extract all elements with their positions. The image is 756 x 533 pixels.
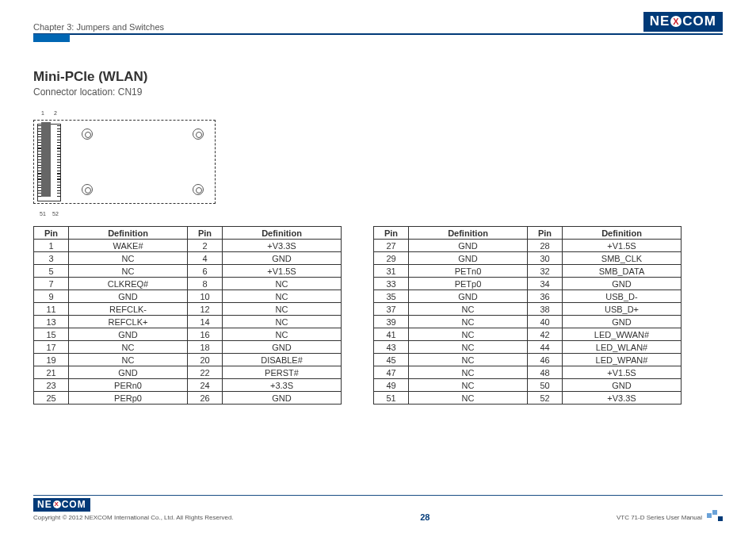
table-row: 29GND30SMB_CLK	[374, 252, 682, 265]
pin-tick-icon	[57, 159, 61, 160]
pin-tick-icon	[57, 187, 61, 188]
definition-cell: +3.3S	[223, 379, 342, 392]
definition-cell: +V1.5S	[563, 366, 682, 379]
definition-cell: NC	[409, 392, 528, 405]
footer-squares-icon	[707, 513, 723, 521]
pin-cell: 47	[374, 366, 409, 379]
definition-cell: NC	[223, 278, 342, 290]
pin-label-2: 2	[54, 110, 57, 116]
pin-cell: 13	[34, 316, 69, 328]
definition-cell: NC	[409, 379, 528, 392]
pin-cell: 9	[34, 290, 69, 303]
pin-cell: 28	[528, 240, 563, 252]
th-definition: Definition	[409, 227, 528, 240]
definition-cell: NC	[69, 354, 188, 366]
pin-cell: 16	[188, 328, 223, 341]
logo-text-right: COM	[62, 499, 86, 510]
manual-title: VTC 71-D Series User Manual	[617, 514, 702, 521]
pin-cell: 46	[528, 354, 563, 366]
table-row: 3NC4GND	[34, 252, 342, 265]
pin-table-left: Pin Definition Pin Definition 1WAKE#2+V3…	[33, 226, 342, 405]
pin-tick-icon	[37, 176, 41, 177]
table-row: 39NC40GND	[374, 316, 682, 328]
pin-tick-icon	[37, 185, 41, 186]
pin-cell: 34	[528, 278, 563, 290]
pin-cell: 1	[34, 240, 69, 252]
nexcom-footer-logo: NE X COM	[33, 498, 90, 512]
pin-tick-icon	[37, 159, 41, 160]
table-row: 1WAKE#2+V3.3S	[34, 240, 342, 252]
pin-cell: 38	[528, 303, 563, 316]
definition-cell: WAKE#	[69, 240, 188, 252]
pin-tick-icon	[57, 193, 61, 194]
definition-cell: REFCLK+	[69, 316, 188, 328]
footer-rule	[33, 495, 723, 497]
pin-cell: 14	[188, 316, 223, 328]
pin-cell: 45	[374, 354, 409, 366]
definition-cell: GND	[563, 316, 682, 328]
header-blue-tab	[33, 34, 70, 42]
pin-tick-icon	[37, 128, 41, 129]
definition-cell: PERn0	[69, 379, 188, 392]
pin-tick-icon	[57, 148, 61, 148]
definition-cell: GND	[409, 290, 528, 303]
table-row: 21GND22PERST#	[34, 366, 342, 379]
definition-cell: NC	[223, 316, 342, 328]
screw-hole-icon	[82, 184, 93, 195]
pin-tick-icon	[37, 154, 41, 155]
definition-cell: GND	[223, 252, 342, 265]
pin-tick-icon	[57, 165, 61, 166]
table-row: 41NC42LED_WWAN#	[374, 328, 682, 341]
table-row: 25PERp026GND	[34, 392, 342, 405]
pin-tick-icon	[37, 178, 41, 179]
pin-tick-icon	[37, 148, 41, 148]
definition-cell: GND	[223, 392, 342, 405]
table-row: 37NC38USB_D+	[374, 303, 682, 316]
definition-cell: NC	[69, 341, 188, 354]
pin-cell: 19	[34, 354, 69, 366]
pin-cell: 21	[34, 366, 69, 379]
pin-tick-icon	[37, 193, 41, 194]
pin-cell: 22	[188, 366, 223, 379]
pin-cell: 33	[374, 278, 409, 290]
screw-hole-icon	[82, 128, 93, 140]
pin-cell: 36	[528, 290, 563, 303]
definition-cell: USB_D-	[563, 290, 682, 303]
pin-tick-icon	[37, 165, 41, 166]
pin-cell: 50	[528, 379, 563, 392]
definition-cell: PERST#	[223, 366, 342, 379]
table-row: 31PETn032SMB_DATA	[374, 265, 682, 278]
definition-cell: +V1.5S	[563, 240, 682, 252]
pin-tick-icon	[37, 151, 41, 151]
pin-cell: 48	[528, 366, 563, 379]
pin-cell: 26	[188, 392, 223, 405]
logo-x-icon: X	[670, 16, 682, 27]
pin-tick-icon	[57, 167, 61, 168]
pin-cell: 8	[188, 278, 223, 290]
pin-tick-icon	[57, 140, 61, 140]
pin-tick-icon	[57, 178, 61, 179]
definition-cell: NC	[223, 328, 342, 341]
definition-cell: GND	[223, 341, 342, 354]
table-row: 15GND16NC	[34, 328, 342, 341]
pin-tick-icon	[57, 142, 61, 143]
table-row: 33PETp034GND	[374, 278, 682, 290]
definition-cell: PETn0	[409, 265, 528, 278]
pin-tick-icon	[37, 125, 41, 126]
definition-cell: NC	[409, 366, 528, 379]
pin-tick-icon	[37, 187, 41, 188]
definition-cell: NC	[409, 354, 528, 366]
definition-cell: SMB_DATA	[563, 265, 682, 278]
table-row: 51NC52+V3.3S	[374, 392, 682, 405]
pin-cell: 42	[528, 328, 563, 341]
pin-tick-icon	[57, 151, 61, 151]
definition-cell: NC	[409, 341, 528, 354]
logo-text-left: NE	[650, 13, 670, 29]
pin-tick-icon	[37, 145, 41, 146]
pin-cell: 27	[374, 240, 409, 252]
pin-cell: 51	[374, 392, 409, 405]
pin-tick-icon	[37, 140, 41, 140]
definition-cell: PETp0	[409, 278, 528, 290]
pin-table-right: Pin Definition Pin Definition 27GND28+V1…	[373, 226, 682, 405]
pin-cell: 20	[188, 354, 223, 366]
